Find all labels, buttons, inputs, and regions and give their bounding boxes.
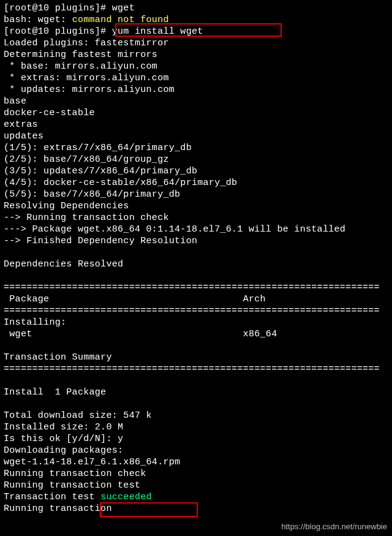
shell-prompt: [root@10 plugins]#	[4, 3, 112, 13]
table-header: Package Arch	[4, 294, 266, 304]
running-transaction-line: Running transaction	[4, 504, 112, 514]
installing-header: Installing:	[4, 317, 66, 328]
transaction-test-succeeded: succeeded	[100, 492, 152, 502]
bash-error-prefix: bash: wget:	[4, 15, 72, 25]
blank-line	[4, 341, 9, 351]
separator-line: ========================================…	[4, 282, 380, 293]
command-text: yum install wget	[112, 26, 203, 37]
command-text: wget	[112, 3, 135, 13]
terminal-output: [root@10 plugins]# wget bash: wget: comm…	[4, 2, 388, 515]
separator-line: ========================================…	[4, 306, 380, 316]
separator-line: ========================================…	[4, 364, 380, 374]
yum-output-block-2: Install 1 Package Total download size: 5…	[4, 387, 180, 491]
yum-output-block-1: Loaded plugins: fastestmirror Determinin…	[4, 38, 345, 270]
transaction-summary-header: Transaction Summary	[4, 352, 112, 363]
package-row: wget x86_64	[4, 329, 277, 339]
shell-prompt: [root@10 plugins]#	[4, 26, 112, 37]
transaction-test-prefix: Transaction test	[4, 492, 100, 502]
command-not-found-msg: command not found	[72, 15, 169, 25]
watermark-text: https://blog.csdn.net/runewbie	[281, 521, 387, 532]
